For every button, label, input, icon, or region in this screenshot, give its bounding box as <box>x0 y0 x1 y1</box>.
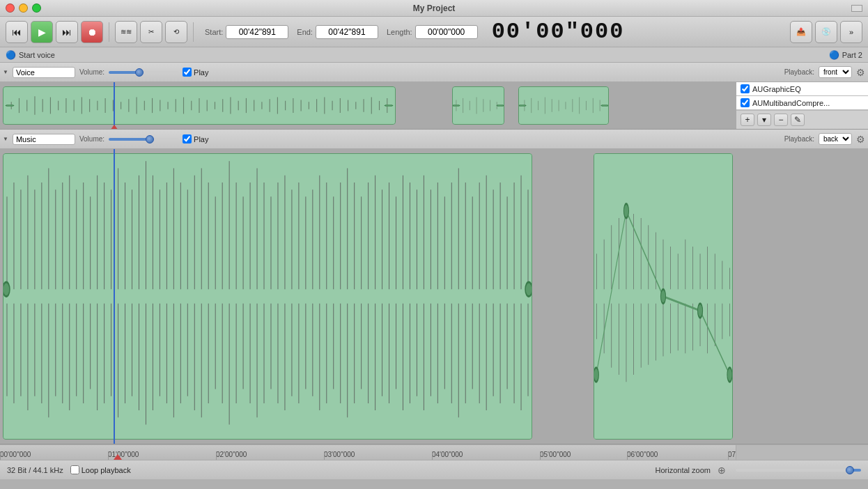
music-gap <box>535 149 591 444</box>
rewind-button[interactable]: ⏮ <box>6 21 28 43</box>
plugin-down-button[interactable]: ▾ <box>757 114 771 126</box>
voice-gap-1 <box>396 82 452 129</box>
window-buttons <box>6 3 41 13</box>
music-play-label: Play <box>194 135 208 143</box>
marker-icon-start: 🔵 <box>6 50 16 60</box>
plugin-edit-button[interactable]: ✎ <box>791 114 805 126</box>
voice-play-check[interactable] <box>183 68 192 77</box>
end-time-input[interactable] <box>316 25 378 39</box>
big-time-display: 00'00"000 <box>492 19 625 45</box>
zoom-slider[interactable] <box>736 469 861 472</box>
music-track-collapse[interactable]: ▼ <box>3 136 8 142</box>
plugin-item-1[interactable]: AUGraphicEQ <box>736 82 868 96</box>
zoom-knob[interactable] <box>846 466 854 474</box>
length-time-input[interactable] <box>415 25 478 39</box>
voice-play-checkbox[interactable]: Play <box>183 68 208 77</box>
waveform-button[interactable]: ≋≋ <box>115 21 137 43</box>
window-resize[interactable] <box>851 5 862 12</box>
svg-point-60 <box>453 104 460 107</box>
length-label: Length: <box>387 28 412 36</box>
music-track-canvas[interactable] <box>0 149 868 444</box>
svg-rect-77 <box>3 154 532 439</box>
ruler-playhead-marker <box>114 454 122 460</box>
start-voice-label: Start voice <box>19 51 55 59</box>
voice-gear-button[interactable]: ⚙ <box>856 67 865 78</box>
ruler-tick-2 <box>216 451 217 460</box>
voice-track-canvas[interactable]: AUGraphicEQ AUMultibandCompre... + ▾ − ✎ <box>0 82 868 129</box>
ruler-tick-0 <box>0 451 1 460</box>
end-time-group: End: <box>297 25 378 39</box>
plugin-label-2: AUMultibandCompre... <box>752 99 830 107</box>
loop-check[interactable] <box>70 465 79 474</box>
ruler-tick-1 <box>108 451 109 460</box>
part2-label: Part 2 <box>842 51 862 59</box>
plugin-label-1: AUGraphicEQ <box>752 85 801 93</box>
plugin-item-2[interactable]: AUMultibandCompre... <box>736 96 868 110</box>
start-time-group: Start: <box>205 25 288 39</box>
start-voice-marker[interactable]: 🔵 Start voice <box>6 50 55 60</box>
end-label: End: <box>297 28 313 36</box>
svg-point-272 <box>623 204 628 218</box>
music-track: ▼ Volume: Play Playback: front back ⚙ <box>0 130 868 444</box>
length-time-group: Length: <box>387 25 478 39</box>
voice-track-name[interactable] <box>13 67 75 78</box>
svg-point-76 <box>601 104 608 107</box>
play-button[interactable]: ▶ <box>31 21 53 43</box>
playhead <box>114 82 115 129</box>
music-clip-1[interactable] <box>3 153 532 440</box>
plugin-check-2[interactable] <box>741 98 750 107</box>
music-playhead <box>114 149 115 444</box>
title-bar: My Project <box>0 0 868 17</box>
ruler-tick-4 <box>432 451 433 460</box>
timeline-ruler: 00'00"000 01'00"000 02'00"000 03'00"000 … <box>0 444 868 460</box>
ruler-label-7: 07'00"000 <box>728 451 736 458</box>
voice-clip-1[interactable] <box>3 86 396 125</box>
music-gear-button[interactable]: ⚙ <box>856 134 865 145</box>
voice-track-collapse[interactable]: ▼ <box>3 69 8 75</box>
music-clip-2[interactable] <box>594 153 733 440</box>
maximize-button[interactable] <box>32 3 41 13</box>
plugin-remove-button[interactable]: − <box>774 114 788 126</box>
voice-play-label: Play <box>194 68 208 77</box>
ruler-label-6: 06'00"000 <box>627 451 658 458</box>
music-playback-label: Playback: <box>784 135 814 143</box>
more-button[interactable]: » <box>840 21 862 43</box>
export-button[interactable]: 📤 <box>790 21 812 43</box>
plugins-panel: AUGraphicEQ AUMultibandCompre... + ▾ − ✎ <box>736 82 868 129</box>
burn-button[interactable]: 💿 <box>815 21 837 43</box>
voice-gap-3 <box>609 82 736 129</box>
music-volume-knob[interactable] <box>146 135 154 143</box>
part2-marker[interactable]: 🔵 Part 2 <box>829 50 862 60</box>
separator-2 <box>193 22 194 42</box>
music-track-name[interactable] <box>13 134 75 145</box>
plugin-check-1[interactable] <box>741 84 750 93</box>
loop-button[interactable]: ⟲ <box>165 21 187 43</box>
voice-track: ▼ Volume: Play Playback: front back ⚙ <box>0 63 868 130</box>
start-label: Start: <box>205 28 223 36</box>
voice-playback-select[interactable]: front back <box>819 66 852 78</box>
music-track-plugin-spacer <box>736 149 868 444</box>
voice-clip-2[interactable] <box>452 86 504 125</box>
loop-playback-checkbox[interactable]: Loop playback <box>70 465 131 474</box>
ruler-tick-3 <box>324 451 325 460</box>
ruler-label-1: 01'00"000 <box>108 451 139 458</box>
voice-volume-knob[interactable] <box>135 68 144 77</box>
voice-clip-3[interactable] <box>518 86 609 125</box>
music-play-check[interactable] <box>183 134 192 143</box>
ruler-tick-6 <box>627 451 628 460</box>
music-play-checkbox[interactable]: Play <box>183 134 208 143</box>
plugin-add-button[interactable]: + <box>741 114 754 126</box>
record-button[interactable]: ⏺ <box>81 21 103 43</box>
toolbar-right: 📤 💿 » <box>790 21 862 43</box>
svg-point-273 <box>660 289 665 303</box>
fast-forward-button[interactable]: ⏭ <box>56 21 78 43</box>
music-playback-select[interactable]: front back <box>819 133 852 145</box>
cut-button[interactable]: ✂ <box>140 21 162 43</box>
music-volume-slider[interactable] <box>109 138 178 141</box>
svg-point-275 <box>727 368 732 382</box>
close-button[interactable] <box>6 3 15 13</box>
svg-point-61 <box>497 104 504 107</box>
voice-volume-slider[interactable] <box>109 71 178 74</box>
minimize-button[interactable] <box>19 3 28 13</box>
start-time-input[interactable] <box>226 25 288 39</box>
